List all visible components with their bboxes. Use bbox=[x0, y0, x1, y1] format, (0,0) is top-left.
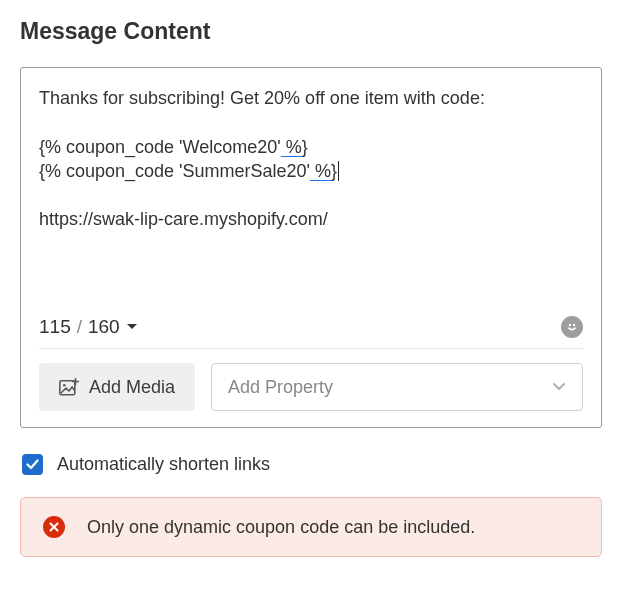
text-cursor bbox=[338, 161, 339, 181]
message-textarea[interactable]: Thanks for subscribing! Get 20% off one … bbox=[39, 86, 583, 306]
add-media-button[interactable]: Add Media bbox=[39, 363, 195, 411]
svg-point-0 bbox=[569, 324, 571, 326]
coupon-tag: {% coupon_code 'Welcome20' bbox=[39, 137, 281, 157]
editor-toolbar: Add Media Add Property bbox=[39, 363, 583, 411]
add-media-label: Add Media bbox=[89, 377, 175, 398]
chevron-down-icon bbox=[552, 382, 566, 392]
svg-point-3 bbox=[63, 384, 66, 387]
image-icon bbox=[59, 378, 79, 396]
emoji-picker-button[interactable] bbox=[561, 316, 583, 338]
char-count-current: 115 bbox=[39, 316, 71, 338]
message-line: Thanks for subscribing! Get 20% off one … bbox=[39, 88, 485, 108]
error-message: Only one dynamic coupon code can be incl… bbox=[87, 517, 475, 538]
checkbox-checked-icon[interactable] bbox=[22, 454, 43, 475]
char-count-max: 160 bbox=[88, 316, 120, 338]
coupon-tag-close: } bbox=[302, 137, 308, 157]
shorten-links-option[interactable]: Automatically shorten links bbox=[22, 454, 602, 475]
svg-point-1 bbox=[573, 324, 575, 326]
character-counter-row: 115 / 160 bbox=[39, 316, 583, 349]
coupon-tag-close: } bbox=[331, 161, 337, 181]
section-title: Message Content bbox=[20, 18, 602, 45]
message-url: https://swak-lip-care.myshopify.com/ bbox=[39, 209, 328, 229]
add-property-placeholder: Add Property bbox=[228, 377, 333, 398]
message-editor-panel: Thanks for subscribing! Get 20% off one … bbox=[20, 67, 602, 428]
char-count-dropdown-icon[interactable] bbox=[126, 323, 138, 331]
error-icon bbox=[43, 516, 65, 538]
error-alert: Only one dynamic coupon code can be incl… bbox=[20, 497, 602, 557]
shorten-links-label: Automatically shorten links bbox=[57, 454, 270, 475]
character-counter[interactable]: 115 / 160 bbox=[39, 316, 138, 338]
coupon-tag-underline: % bbox=[281, 137, 302, 157]
coupon-tag: {% coupon_code 'SummerSale20' bbox=[39, 161, 310, 181]
char-count-separator: / bbox=[77, 316, 82, 338]
add-property-select[interactable]: Add Property bbox=[211, 363, 583, 411]
coupon-tag-underline: % bbox=[310, 161, 331, 181]
